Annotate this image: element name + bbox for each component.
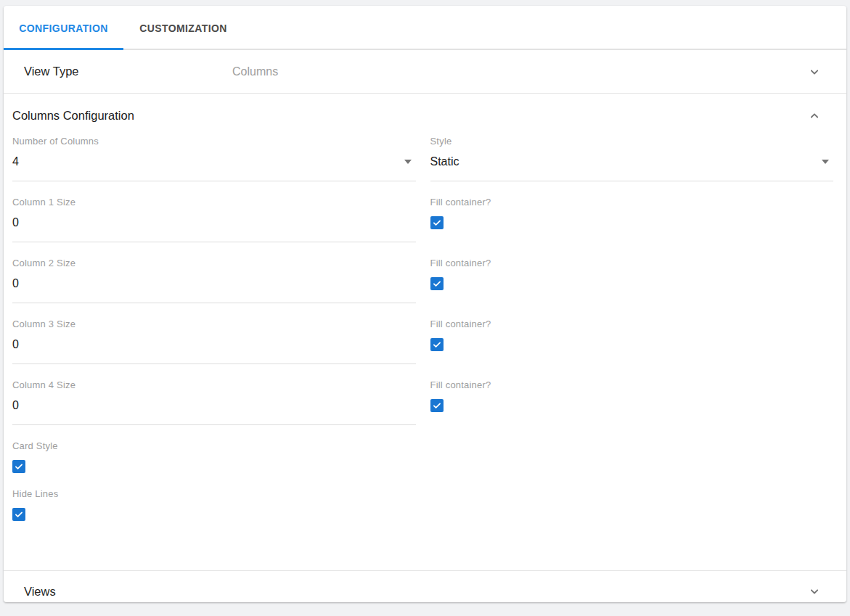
tab-bar: CONFIGURATION CUSTOMIZATION — [4, 6, 846, 50]
tab-customization[interactable]: CUSTOMIZATION — [123, 6, 243, 50]
hide-lines-field: Hide Lines — [12, 488, 416, 521]
fill-container-3-label: Fill container? — [430, 319, 834, 329]
column-2-size-value: 0 — [12, 276, 19, 292]
configuration-card: CONFIGURATION CUSTOMIZATION View Type Co… — [4, 6, 846, 602]
hide-lines-label: Hide Lines — [12, 488, 416, 499]
tab-customization-label: CUSTOMIZATION — [139, 22, 227, 34]
dropdown-arrow-icon — [404, 160, 412, 164]
chevron-down-icon[interactable] — [806, 583, 823, 600]
style-select[interactable]: Style Static — [430, 136, 834, 181]
checkmark-icon — [432, 279, 442, 289]
hide-lines-checkbox[interactable] — [12, 508, 25, 521]
checkmark-icon — [432, 340, 442, 350]
column-4-size-label: Column 4 Size — [12, 379, 416, 390]
checkmark-icon — [432, 401, 442, 411]
fill-container-4-checkbox[interactable] — [430, 399, 444, 412]
column-3-size-value: 0 — [12, 337, 19, 353]
fill-container-4-label: Fill container? — [430, 379, 834, 390]
views-label: Views — [24, 585, 56, 599]
column-1-size-value: 0 — [12, 215, 19, 231]
checkmark-icon — [14, 461, 24, 472]
style-value: Static — [430, 154, 459, 170]
column-1-size-label: Column 1 Size — [12, 197, 416, 208]
fill-container-4-field: Fill container? — [430, 379, 834, 425]
tab-configuration[interactable]: CONFIGURATION — [4, 6, 123, 50]
columns-configuration-section: Columns Configuration Number of Columns … — [4, 94, 846, 570]
number-of-columns-label: Number of Columns — [12, 136, 416, 147]
fill-container-3-checkbox[interactable] — [430, 338, 444, 351]
fill-container-3-field: Fill container? — [430, 319, 834, 364]
checkmark-icon — [14, 509, 24, 520]
column-2-size-label: Column 2 Size — [12, 258, 416, 268]
column-4-size-input[interactable]: Column 4 Size 0 — [12, 379, 416, 425]
fill-container-1-label: Fill container? — [430, 197, 834, 208]
view-type-value: Columns — [232, 65, 278, 78]
column-3-size-input[interactable]: Column 3 Size 0 — [12, 319, 416, 364]
columns-form: Number of Columns 4 Style Static Column … — [12, 136, 833, 536]
columns-configuration-title: Columns Configuration — [12, 109, 134, 123]
card-style-field: Card Style — [12, 440, 416, 473]
card-style-label: Card Style — [12, 440, 416, 451]
tab-configuration-label: CONFIGURATION — [19, 22, 107, 34]
chevron-up-icon[interactable] — [806, 107, 823, 124]
view-type-panel-header[interactable]: View Type Columns — [4, 50, 846, 94]
columns-configuration-header[interactable]: Columns Configuration — [12, 107, 833, 124]
column-1-size-input[interactable]: Column 1 Size 0 — [12, 197, 416, 242]
view-type-label: View Type — [24, 65, 79, 78]
dropdown-arrow-icon — [822, 160, 829, 164]
number-of-columns-value: 4 — [12, 154, 19, 170]
fill-container-1-field: Fill container? — [430, 197, 834, 242]
views-panel-header[interactable]: Views — [4, 570, 846, 602]
checkmark-icon — [432, 218, 442, 228]
fill-container-2-field: Fill container? — [430, 258, 834, 303]
number-of-columns-select[interactable]: Number of Columns 4 — [12, 136, 416, 181]
fill-container-2-label: Fill container? — [430, 258, 834, 268]
column-2-size-input[interactable]: Column 2 Size 0 — [12, 258, 416, 303]
style-label: Style — [430, 136, 834, 147]
column-4-size-value: 0 — [12, 398, 19, 414]
fill-container-2-checkbox[interactable] — [430, 277, 444, 290]
chevron-down-icon[interactable] — [806, 63, 823, 81]
card-style-checkbox[interactable] — [12, 460, 25, 473]
column-3-size-label: Column 3 Size — [12, 319, 416, 329]
fill-container-1-checkbox[interactable] — [430, 216, 444, 229]
